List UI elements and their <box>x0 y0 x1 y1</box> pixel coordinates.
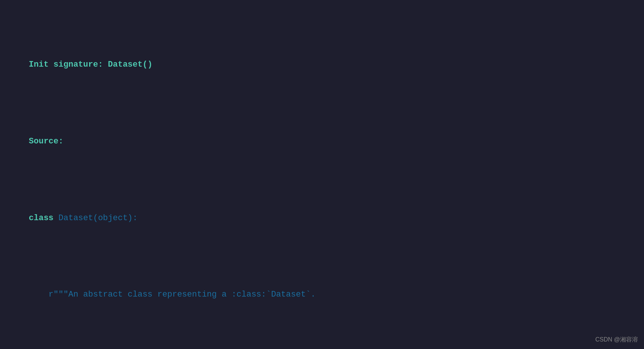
line-docstring-open: r"""An abstract class representing a :cl… <box>9 276 635 314</box>
docstring-open-text: r"""An abstract class representing a :cl… <box>29 290 316 299</box>
code-viewer: Init signature: Dataset() Source: class … <box>9 7 635 349</box>
watermark-label: CSDN @湘容溶 <box>595 335 638 345</box>
init-sig-text: Init signature: Dataset() <box>29 60 152 69</box>
line-class-def: class Dataset(object): <box>9 199 635 237</box>
class-keyword: class <box>29 213 54 223</box>
line-source: Source: <box>9 122 635 161</box>
line-init-sig: Init signature: Dataset() <box>9 46 635 84</box>
class-definition: Dataset(object): <box>54 213 137 223</box>
source-label: Source: <box>29 137 63 146</box>
